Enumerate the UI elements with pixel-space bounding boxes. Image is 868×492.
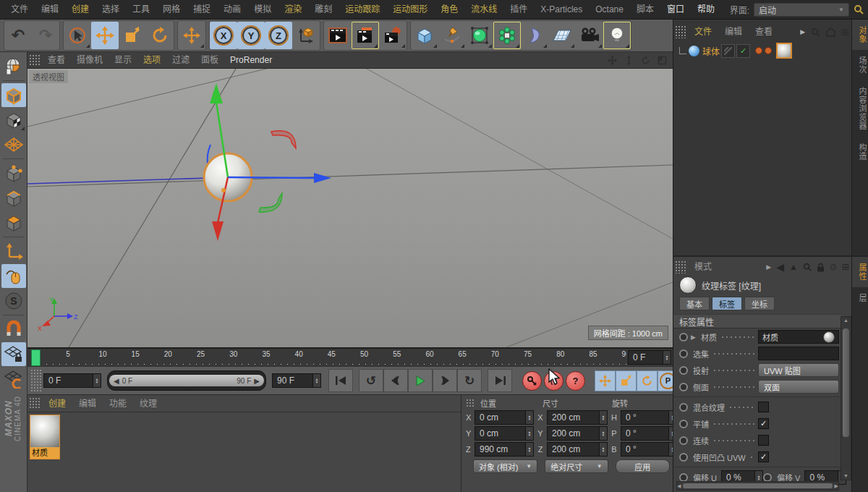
object-name[interactable]: 球体 [702,45,720,57]
menu-item[interactable]: 动画 [217,4,247,14]
side-tab-构造[interactable]: 构造 [852,137,868,167]
rotate-tool-button[interactable] [146,22,174,49]
side-tab-层[interactable]: 层 [852,287,868,309]
menu-item[interactable]: X-Particles [534,4,589,14]
horizontal-scrollbar[interactable]: ◀ ▶ [676,481,839,491]
material-item[interactable]: 材质 [30,415,60,459]
material-thumbnail[interactable] [30,415,59,447]
texture-mode-button[interactable] [1,108,26,132]
apply-button[interactable]: 应用 [616,459,670,473]
edges-mode-button[interactable] [1,186,26,210]
menu-item[interactable]: 网格 [156,4,187,14]
record-keyframe-button[interactable] [522,371,542,391]
workplane-mode-button[interactable] [1,132,26,156]
add-field-button[interactable] [521,22,548,49]
undo-button[interactable]: ↶ [4,22,32,49]
menu-item[interactable]: 运动图形 [386,4,434,14]
pos-y-field[interactable]: 0 cm▲▼ [475,426,534,441]
bump-checkbox[interactable] [758,451,769,462]
range-left-arrow-icon[interactable]: ◀ [114,377,119,385]
enabled-slot[interactable]: ✓ [736,44,750,58]
menu-item[interactable]: 面板 [195,55,224,65]
side-tab-属性[interactable]: 属性 [852,257,868,287]
magnet-snap-button[interactable] [1,318,26,342]
move-tool-button[interactable] [91,22,119,49]
menu-item[interactable]: 编辑 [35,4,65,14]
coordinate-system-button[interactable] [292,22,320,49]
toggle-view-icon[interactable] [658,56,667,65]
pos-z-field[interactable]: 990 cm▲▼ [475,442,534,457]
anim-dot-icon[interactable] [679,333,688,342]
key-position-toggle[interactable] [595,370,616,391]
anim-dot-icon[interactable] [763,473,772,482]
render-view-button[interactable] [324,22,352,49]
menu-item[interactable]: 模拟 [247,4,278,14]
previous-frame-button[interactable] [383,369,408,392]
render-settings-button[interactable] [379,22,407,49]
gizmo-x-neg-axis[interactable] [212,221,224,241]
stepper-icon[interactable]: ▲▼ [93,374,101,387]
add-camera-button[interactable] [576,22,603,49]
menu-item[interactable]: 角色 [434,4,464,14]
expander-icon[interactable]: ▶ [691,334,696,341]
layer-slot[interactable] [721,44,735,58]
visibility-dots[interactable] [755,47,772,54]
pick-cursor-icon[interactable]: ▲ [789,262,798,272]
end-frame-spinner[interactable]: 90 F ▲▼ [272,373,321,388]
anim-dot-icon[interactable] [679,366,688,375]
menu-item[interactable]: 文件 [4,4,35,14]
pos-x-field[interactable]: 0 cm▲▼ [475,410,534,425]
menu-item[interactable]: ProRender [224,55,278,65]
menu-item[interactable]: 插件 [503,4,534,14]
menu-item[interactable]: 查看 [42,55,71,65]
y-axis-lock-button[interactable]: Y [237,22,265,49]
rot-b-field[interactable]: 0 °▲▼ [621,442,677,457]
material-name[interactable]: 材质 [30,447,59,459]
snap-button[interactable]: S [1,289,26,313]
vertical-scrollbar[interactable]: ▲ ▼ [841,316,851,480]
search-icon[interactable] [811,27,820,37]
rot-p-field[interactable]: 0 °▲▼ [621,426,677,441]
workplane-lock-button[interactable] [1,342,26,366]
scroll-down-icon[interactable]: ▼ [843,472,848,480]
mode-menu[interactable]: 模式 [688,258,718,276]
menu-item[interactable]: 窗口 [660,4,691,14]
side-tab-场次[interactable]: 场次 [852,50,868,80]
key-scale-toggle[interactable] [616,370,637,391]
add-deformer-button[interactable] [493,22,521,49]
rot-h-field[interactable]: 0 °▲▼ [621,410,677,425]
side-tab-对象[interactable]: 对象 [852,20,868,50]
menu-item[interactable]: 纹理 [133,399,163,409]
mix-checkbox[interactable] [758,402,769,412]
tab-基本[interactable]: 基本 [679,297,710,310]
anim-dot-icon[interactable] [679,473,688,482]
anim-dot-icon[interactable] [679,420,688,428]
scale-tool-button[interactable] [119,22,146,49]
workplane-align-button[interactable] [1,367,26,391]
menu-item[interactable]: 创建 [42,399,72,409]
add-object-icon[interactable]: ⊞ [841,27,849,38]
size-y-field[interactable]: 200 cm▲▼ [547,426,608,441]
seamless-checkbox[interactable] [758,435,769,446]
current-frame-spinner[interactable]: 0 F ▲▼ [628,350,671,365]
position-mode-dropdown[interactable]: 对象 (相对)▼ [473,459,537,473]
render-picture-viewer-button[interactable] [352,22,379,49]
menu-item[interactable]: 功能 [103,399,133,409]
size-z-field[interactable]: 200 cm▲▼ [547,442,608,457]
selection-field[interactable] [758,347,839,360]
target-icon[interactable]: ⊙ [830,262,837,272]
lock-icon[interactable] [817,263,825,272]
playhead[interactable] [31,349,41,366]
stepper-icon[interactable]: ▲▼ [663,351,671,364]
menu-item[interactable]: 查看 [749,27,779,37]
pan-view-icon[interactable] [608,56,617,65]
history-back-icon[interactable]: ◀ [776,261,784,273]
menu-item[interactable]: 摄像机 [71,55,109,65]
material-link-field[interactable]: 材质 [758,331,839,343]
size-x-field[interactable]: 200 cm▲▼ [547,410,608,425]
texture-tag[interactable] [776,43,792,59]
scroll-left-icon[interactable]: ◀ [677,483,681,490]
panel-grip[interactable] [675,25,686,38]
enable-axis-button[interactable] [1,239,26,263]
menu-item[interactable]: 编辑 [72,399,103,409]
